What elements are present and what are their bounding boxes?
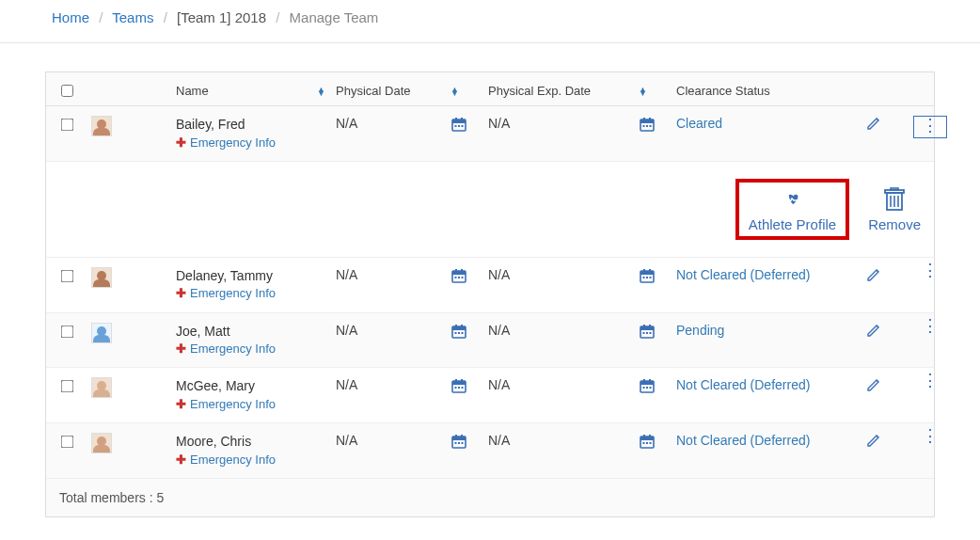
table-row: Delaney, Tammy ✚Emergency Info N/A N/A N… xyxy=(46,258,934,313)
emergency-info-link[interactable]: ✚Emergency Info xyxy=(176,341,317,357)
clearance-status[interactable]: Pending xyxy=(676,323,846,338)
physical-date: N/A xyxy=(336,323,450,338)
calendar-icon[interactable] xyxy=(450,267,488,287)
edit-icon[interactable] xyxy=(846,116,902,134)
select-all-checkbox[interactable] xyxy=(57,82,91,100)
col-name: Name xyxy=(176,84,317,98)
row-checkbox[interactable] xyxy=(57,267,91,285)
row-checkbox[interactable] xyxy=(57,116,91,134)
clearance-status[interactable]: Not Cleared (Deferred) xyxy=(676,433,846,448)
trash-icon xyxy=(881,186,908,213)
table-header: Name ▲▼ Physical Date ▲▼ Physical Exp. D… xyxy=(46,72,934,106)
name-cell: Bailey, Fred ✚Emergency Info xyxy=(176,116,317,151)
physical-exp-date: N/A xyxy=(488,377,639,392)
row-checkbox[interactable] xyxy=(57,433,91,451)
calendar-icon[interactable] xyxy=(450,377,488,397)
athlete-name: Joe, Matt xyxy=(176,323,317,341)
breadcrumb-current: Manage Team xyxy=(290,9,379,25)
breadcrumb-teams[interactable]: Teams xyxy=(112,9,153,25)
calendar-icon[interactable] xyxy=(639,267,676,287)
table-row: Joe, Matt ✚Emergency Info N/A N/A Pendin… xyxy=(46,313,934,369)
athlete-name: Bailey, Fred xyxy=(176,116,317,135)
emergency-info-link[interactable]: ✚Emergency Info xyxy=(176,452,317,469)
col-physical-exp: Physical Exp. Date xyxy=(488,84,639,98)
avatar xyxy=(91,116,176,139)
more-menu-icon[interactable]: ⋮ xyxy=(902,433,958,438)
athlete-name: McGee, Mary xyxy=(176,377,317,396)
physical-exp-date: N/A xyxy=(488,116,639,131)
sort-physexp-icon[interactable]: ▲▼ xyxy=(639,87,669,95)
athlete-name: Delaney, Tammy xyxy=(176,267,317,286)
more-menu-icon[interactable]: ⋮ xyxy=(902,377,958,383)
breadcrumb-home[interactable]: Home xyxy=(52,9,89,25)
physical-date: N/A xyxy=(336,377,450,392)
sort-name-icon[interactable]: ▲▼ xyxy=(317,87,328,95)
physical-date: N/A xyxy=(336,267,450,282)
more-menu-icon[interactable]: ⋮ xyxy=(902,323,958,328)
col-clearance: Clearance Status xyxy=(676,84,846,98)
avatar xyxy=(91,377,176,401)
athlete-profile-button[interactable]: Athlete Profile xyxy=(735,179,849,240)
heart-pulse-icon xyxy=(779,186,805,213)
table-footer: Total members : 5 xyxy=(46,479,934,516)
col-physical-date: Physical Date xyxy=(336,84,450,98)
calendar-icon[interactable] xyxy=(450,323,488,342)
medical-cross-icon: ✚ xyxy=(176,397,186,411)
name-cell: McGee, Mary ✚Emergency Info xyxy=(176,377,317,413)
emergency-info-link[interactable]: ✚Emergency Info xyxy=(176,135,317,151)
breadcrumb-sep: / xyxy=(276,9,279,25)
table-row: Moore, Chris ✚Emergency Info N/A N/A Not… xyxy=(46,423,934,479)
clearance-status[interactable]: Not Cleared (Deferred) xyxy=(676,267,846,282)
athlete-name: Moore, Chris xyxy=(176,433,317,452)
sort-physdate-icon[interactable]: ▲▼ xyxy=(450,87,481,95)
breadcrumb-sep: / xyxy=(99,9,103,25)
edit-icon[interactable] xyxy=(846,323,902,341)
physical-exp-date: N/A xyxy=(488,433,639,448)
name-cell: Moore, Chris ✚Emergency Info xyxy=(176,433,317,469)
row-checkbox[interactable] xyxy=(57,377,91,395)
emergency-info-link[interactable]: ✚Emergency Info xyxy=(176,396,317,413)
avatar xyxy=(91,323,176,346)
more-menu-icon[interactable]: ⋮ xyxy=(913,116,947,138)
medical-cross-icon: ✚ xyxy=(176,135,186,150)
name-cell: Joe, Matt ✚Emergency Info xyxy=(176,323,317,358)
row-checkbox[interactable] xyxy=(57,323,91,341)
avatar xyxy=(91,267,176,291)
name-cell: Delaney, Tammy ✚Emergency Info xyxy=(176,267,317,303)
breadcrumb: Home / Teams / [Team 1] 2018 / Manage Te… xyxy=(0,0,980,43)
medical-cross-icon: ✚ xyxy=(176,286,186,300)
row-action-menu: Athlete Profile Remove xyxy=(46,162,934,258)
team-table: Name ▲▼ Physical Date ▲▼ Physical Exp. D… xyxy=(45,71,935,517)
calendar-icon[interactable] xyxy=(450,116,488,135)
edit-icon[interactable] xyxy=(846,433,902,451)
physical-date: N/A xyxy=(336,433,450,448)
avatar xyxy=(91,433,176,456)
calendar-icon[interactable] xyxy=(639,377,676,397)
remove-button[interactable]: Remove xyxy=(868,186,921,232)
table-row: McGee, Mary ✚Emergency Info N/A N/A Not … xyxy=(46,368,934,423)
physical-exp-date: N/A xyxy=(488,323,639,338)
edit-icon[interactable] xyxy=(846,267,902,285)
emergency-info-link[interactable]: ✚Emergency Info xyxy=(176,285,317,302)
more-menu-icon[interactable]: ⋮ xyxy=(902,267,958,273)
table-row: Bailey, Fred ✚Emergency Info N/A N/A Cle… xyxy=(46,106,934,162)
breadcrumb-team: [Team 1] 2018 xyxy=(177,9,266,25)
calendar-icon[interactable] xyxy=(639,323,676,342)
physical-date: N/A xyxy=(336,116,450,131)
calendar-icon[interactable] xyxy=(639,116,676,135)
medical-cross-icon: ✚ xyxy=(176,341,186,356)
edit-icon[interactable] xyxy=(846,377,902,395)
calendar-icon[interactable] xyxy=(639,433,676,453)
medical-cross-icon: ✚ xyxy=(176,453,186,467)
clearance-status[interactable]: Cleared xyxy=(676,116,846,131)
calendar-icon[interactable] xyxy=(450,433,488,453)
clearance-status[interactable]: Not Cleared (Deferred) xyxy=(676,377,846,392)
breadcrumb-sep: / xyxy=(164,9,167,25)
physical-exp-date: N/A xyxy=(488,267,639,282)
